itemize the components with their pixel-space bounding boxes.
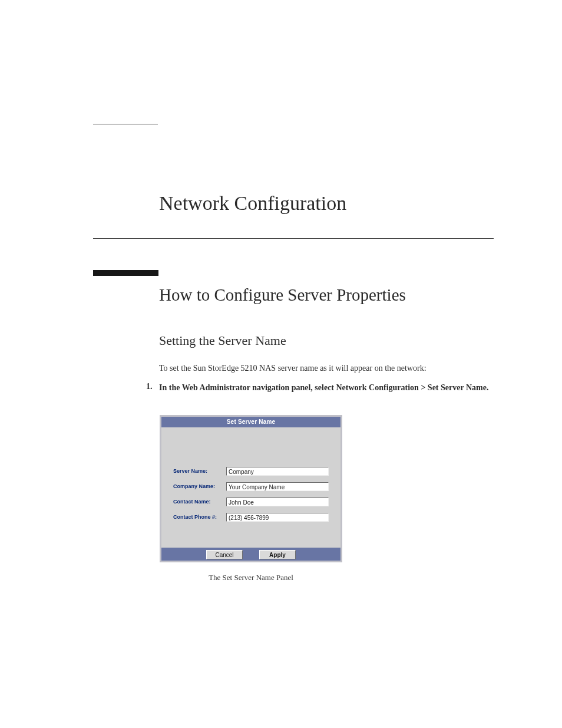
intro-paragraph: To set the Sun StorEdge 5210 NAS server …: [159, 363, 501, 374]
heading-setting-server-name: Setting the Server Name: [159, 333, 513, 348]
cancel-button[interactable]: Cancel: [206, 550, 243, 559]
contact-phone-label: Contact Phone #:: [173, 514, 224, 520]
short-rule: [93, 124, 158, 124]
panel-body: Server Name: Company Company Name: Your …: [161, 427, 340, 548]
server-name-label: Server Name:: [173, 468, 224, 474]
section-bar: [93, 270, 158, 276]
contact-name-row: Contact Name: John Doe: [173, 496, 329, 506]
server-name-row: Server Name: Company: [173, 465, 329, 476]
company-name-input[interactable]: Your Company Name: [226, 482, 329, 491]
set-server-name-panel: Set Server Name Server Name: Company Com…: [160, 415, 342, 562]
step-1-number: 1.: [146, 382, 153, 391]
contact-phone-input[interactable]: (213) 456-7899: [226, 513, 329, 522]
document-page: Network Configuration How to Configure S…: [0, 0, 562, 728]
contact-name-label: Contact Name:: [173, 499, 224, 505]
heading-how-to-configure: How to Configure Server Properties: [159, 285, 513, 305]
full-horizontal-rule: [93, 238, 494, 239]
server-name-input[interactable]: Company: [226, 467, 329, 476]
company-name-label: Company Name:: [173, 483, 224, 489]
panel-title-bar: Set Server Name: [161, 417, 340, 427]
company-name-row: Company Name: Your Company Name: [173, 480, 329, 491]
chapter-title: Network Configuration: [159, 192, 346, 215]
contact-phone-row: Contact Phone #: (213) 456-7899: [173, 511, 329, 522]
step-1-text: In the Web Administrator navigation pane…: [159, 382, 498, 394]
contact-name-input[interactable]: John Doe: [226, 498, 329, 506]
apply-button[interactable]: Apply: [259, 550, 296, 559]
figure-caption: The Set Server Name Panel: [160, 573, 342, 582]
panel-footer: Cancel Apply: [161, 548, 340, 561]
